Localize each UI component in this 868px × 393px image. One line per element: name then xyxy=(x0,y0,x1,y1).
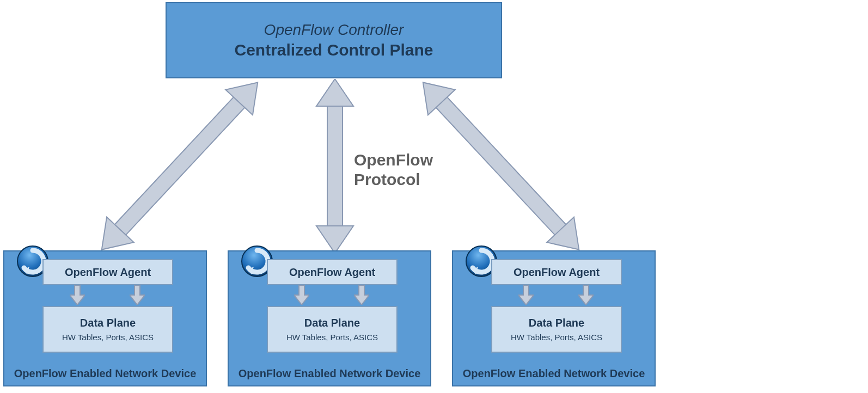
dataplane-title: Data Plane xyxy=(529,317,584,329)
dataplane-box: Data Plane HW Tables, Ports, ASICS xyxy=(491,306,622,353)
arrow-left xyxy=(93,76,267,256)
svg-marker-3 xyxy=(327,101,343,231)
dataplane-title: Data Plane xyxy=(80,317,136,329)
device-label: OpenFlow Enabled Network Device xyxy=(4,367,206,380)
device-label: OpenFlow Enabled Network Device xyxy=(229,367,430,380)
device-box-2: OpenFlow Agent Data Plane HW Tables, Por… xyxy=(228,250,431,386)
dataplane-box: Data Plane HW Tables, Ports, ASICS xyxy=(267,306,398,353)
svg-marker-0 xyxy=(111,93,248,239)
protocol-line1: OpenFlow xyxy=(354,150,433,170)
svg-marker-16 xyxy=(354,285,369,305)
svg-marker-1 xyxy=(225,76,267,115)
svg-marker-12 xyxy=(130,285,145,305)
svg-marker-11 xyxy=(70,285,85,305)
svg-marker-20 xyxy=(578,285,594,305)
dataplane-title: Data Plane xyxy=(304,317,360,329)
agent-to-dataplane-arrow-icon xyxy=(294,285,309,305)
agent-to-dataplane-arrow-icon xyxy=(518,285,534,305)
controller-subtitle: Centralized Control Plane xyxy=(234,41,433,59)
svg-marker-4 xyxy=(316,79,353,106)
device-box-1: OpenFlow Agent Data Plane HW Tables, Por… xyxy=(3,250,207,386)
svg-marker-7 xyxy=(414,76,455,115)
svg-marker-6 xyxy=(432,93,570,239)
arrow-right xyxy=(414,76,588,256)
dataplane-subtitle: HW Tables, Ports, ASICS xyxy=(511,333,602,342)
agent-to-dataplane-arrow-icon xyxy=(70,285,85,305)
agent-label: OpenFlow Agent xyxy=(65,266,151,279)
svg-marker-5 xyxy=(316,226,353,253)
dataplane-subtitle: HW Tables, Ports, ASICS xyxy=(286,333,378,342)
protocol-line2: Protocol xyxy=(354,170,433,189)
controller-title: OpenFlow Controller xyxy=(264,21,404,39)
dataplane-box: Data Plane HW Tables, Ports, ASICS xyxy=(42,306,173,353)
agent-label: OpenFlow Agent xyxy=(289,266,375,279)
agent-box: OpenFlow Agent xyxy=(42,259,173,285)
device-box-3: OpenFlow Agent Data Plane HW Tables, Por… xyxy=(452,250,656,386)
agent-to-dataplane-arrow-icon xyxy=(578,285,594,305)
agent-to-dataplane-arrow-icon xyxy=(354,285,369,305)
svg-marker-19 xyxy=(518,285,534,305)
controller-box: OpenFlow Controller Centralized Control … xyxy=(166,2,502,78)
arrow-middle xyxy=(310,79,359,253)
agent-to-dataplane-arrow-icon xyxy=(130,285,145,305)
protocol-label: OpenFlow Protocol xyxy=(354,150,433,189)
dataplane-subtitle: HW Tables, Ports, ASICS xyxy=(62,333,154,342)
agent-label: OpenFlow Agent xyxy=(514,266,600,279)
agent-box: OpenFlow Agent xyxy=(267,259,398,285)
agent-box: OpenFlow Agent xyxy=(491,259,622,285)
device-label: OpenFlow Enabled Network Device xyxy=(453,367,655,380)
svg-marker-15 xyxy=(294,285,309,305)
